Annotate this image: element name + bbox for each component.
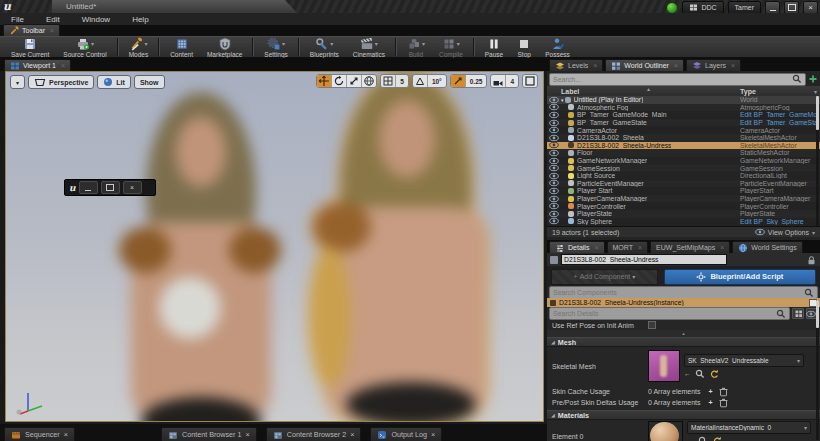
tab-content-browser-1[interactable]: Content Browser 1× xyxy=(161,427,257,441)
column-label[interactable]: Label xyxy=(561,88,579,95)
toolbar-button-settings[interactable]: ▾Settings xyxy=(257,36,295,58)
trash-icon[interactable] xyxy=(718,397,729,408)
close-tab-icon[interactable]: × xyxy=(638,244,642,251)
lit-button[interactable]: Lit xyxy=(97,75,131,89)
tab-sequencer[interactable]: Sequencer× xyxy=(4,427,75,441)
toolbar-button-content[interactable]: Content xyxy=(163,36,200,58)
actor-type-link[interactable]: Edit BP_Tamer_GameState xyxy=(740,119,818,126)
outliner-row[interactable]: Player StartPlayerStart xyxy=(547,187,820,195)
close-tab-icon[interactable]: × xyxy=(593,62,597,69)
add-component-button[interactable]: + Add Component ▾ xyxy=(551,269,658,285)
outliner-row[interactable]: Light SourceDirectionalLight xyxy=(547,172,820,180)
section-header-materials[interactable]: ◢ Materials xyxy=(547,410,820,420)
menu-file[interactable]: File xyxy=(0,15,35,24)
close-tab-icon[interactable]: × xyxy=(731,62,735,69)
outliner-row[interactable]: PlayerControllerPlayerController xyxy=(547,202,820,210)
section-header-mesh[interactable]: ◢ Mesh xyxy=(547,337,820,347)
tab-output-log[interactable]: Output Log× xyxy=(370,427,442,441)
filter-chevron-icon[interactable]: ▾ xyxy=(814,88,817,95)
camera-speed-value[interactable]: 4 xyxy=(506,75,518,87)
collapse-arrow[interactable]: ▴ xyxy=(547,330,820,337)
outliner-row[interactable]: Sky SphereEdit BP_Sky_Sphere xyxy=(547,218,820,226)
close-tab-icon[interactable]: × xyxy=(61,62,65,69)
actor-type-link[interactable]: Edit BP_Tamer_GameMode_Main xyxy=(740,111,818,118)
tab-world-outliner[interactable]: World Outliner× xyxy=(605,59,684,71)
scale-snap-value[interactable]: 0.25 xyxy=(466,75,487,87)
close-tab-icon[interactable]: × xyxy=(431,430,435,439)
outliner-row[interactable]: ▾Untitled (Play In Editor)World xyxy=(547,96,820,104)
launcher-status-icon[interactable] xyxy=(666,2,678,14)
toolbar-button-modes[interactable]: ▾Modes xyxy=(122,36,156,58)
add-element-icon[interactable]: + xyxy=(709,388,713,395)
camera-speed-button[interactable] xyxy=(491,75,506,87)
blueprint-add-script-button[interactable]: Blueprint/Add Script xyxy=(664,269,816,285)
mini-minimize-button[interactable] xyxy=(79,181,98,194)
tab-content-browser-2[interactable]: Content Browser 2× xyxy=(266,427,362,441)
outliner-row[interactable]: BP_Tamer_GameStateEdit BP_Tamer_GameStat… xyxy=(547,119,820,127)
outliner-scrollbar[interactable] xyxy=(816,96,819,226)
browse-icon[interactable] xyxy=(698,436,708,441)
actor-type-link[interactable]: Edit BP_Sky_Sphere xyxy=(740,218,818,225)
chevron-down-icon[interactable]: ▾ xyxy=(375,40,378,47)
search-components-input[interactable] xyxy=(553,289,802,296)
display-filter-button[interactable] xyxy=(792,308,804,319)
outliner-row[interactable]: Atmospheric FogAtmosphericFog xyxy=(547,104,820,112)
menu-edit[interactable]: Edit xyxy=(35,15,71,24)
tab-viewport-1[interactable]: Viewport 1 × xyxy=(4,59,71,71)
browse-icon[interactable] xyxy=(695,369,705,379)
toolbar-button-stop[interactable]: Stop xyxy=(510,36,538,58)
add-filter-icon[interactable] xyxy=(808,74,818,84)
use-selected-icon[interactable]: ← xyxy=(684,370,691,377)
toolbar-button-source-control[interactable]: ▾Source Control xyxy=(56,36,113,58)
tab-world-settings[interactable]: World Settings xyxy=(732,241,802,253)
chevron-down-icon[interactable]: ▾ xyxy=(91,40,94,47)
outliner-row[interactable]: BP_Tamer_GameMode_MainEdit BP_Tamer_Game… xyxy=(547,111,820,119)
search-details-field[interactable] xyxy=(549,307,790,320)
scale-snap-toggle[interactable] xyxy=(451,75,466,87)
close-tab-icon[interactable]: × xyxy=(246,430,250,439)
menu-help[interactable]: Help xyxy=(121,15,159,24)
outliner-row[interactable]: FloorStaticMeshActor xyxy=(547,149,820,157)
mini-close-button[interactable]: × xyxy=(123,181,142,194)
move-tool[interactable] xyxy=(317,75,332,87)
viewport-3d[interactable]: ▾ Perspective Lit Show 510°0.254 u × xyxy=(5,71,544,422)
toolbar-button-marketplace[interactable]: Marketplace xyxy=(200,36,249,58)
chevron-down-icon[interactable]: ▾ xyxy=(282,40,285,47)
lock-icon[interactable] xyxy=(806,255,817,265)
perspective-button[interactable]: Perspective xyxy=(28,75,94,89)
use-ref-pose-checkbox[interactable] xyxy=(648,321,656,329)
tab-layers[interactable]: Layers× xyxy=(686,59,741,71)
reset-icon[interactable] xyxy=(712,436,722,441)
tab-euw-setmipmaps[interactable]: EUW_SetMipMaps× xyxy=(650,241,730,253)
trash-icon[interactable] xyxy=(718,386,729,397)
mini-maximize-button[interactable] xyxy=(101,181,120,194)
skeletal-mesh-thumbnail[interactable] xyxy=(648,350,680,382)
scale-tool[interactable] xyxy=(347,75,362,87)
toolbar-button-possess[interactable]: Possess xyxy=(538,36,577,58)
outliner-search-field[interactable] xyxy=(549,73,806,86)
rotate-tool[interactable] xyxy=(332,75,347,87)
toolbar-button-pause[interactable]: Pause xyxy=(478,36,510,58)
toolbar-button-build[interactable]: ▾Build xyxy=(400,36,432,58)
world-local-toggle[interactable] xyxy=(362,75,376,87)
expander-icon[interactable]: ▾ xyxy=(561,97,564,103)
show-button[interactable]: Show xyxy=(134,75,165,89)
menu-window[interactable]: Window xyxy=(71,15,121,24)
add-element-icon[interactable]: + xyxy=(709,399,713,406)
toolbar-button-save-current[interactable]: Save Current xyxy=(4,36,56,58)
material-thumbnail[interactable] xyxy=(648,421,683,441)
viewport-options-button[interactable]: ▾ xyxy=(10,75,25,89)
outliner-row[interactable]: PlayerCameraManagerPlayerCameraManager xyxy=(547,195,820,203)
rotation-snap-value[interactable]: 10° xyxy=(428,75,446,87)
chevron-down-icon[interactable]: ▾ xyxy=(144,40,147,47)
chevron-down-icon[interactable]: ▾ xyxy=(330,40,333,47)
toolbar-button-blueprints[interactable]: ▾Blueprints xyxy=(303,36,346,58)
grid-snap-toggle[interactable] xyxy=(381,75,396,87)
visibility-toggle[interactable] xyxy=(547,216,560,226)
pie-floating-window[interactable]: u × xyxy=(64,179,156,196)
skeletal-mesh-dropdown[interactable]: SK_SheelaV2_Undressable ▾ xyxy=(684,354,804,367)
use-selected-icon[interactable]: ← xyxy=(687,438,694,441)
chevron-down-icon[interactable]: ▾ xyxy=(422,40,425,47)
close-tab-icon[interactable]: × xyxy=(594,244,598,251)
component-instance-row[interactable]: D21S3L8-002_Sheela-Undress(Instance) xyxy=(547,298,820,307)
